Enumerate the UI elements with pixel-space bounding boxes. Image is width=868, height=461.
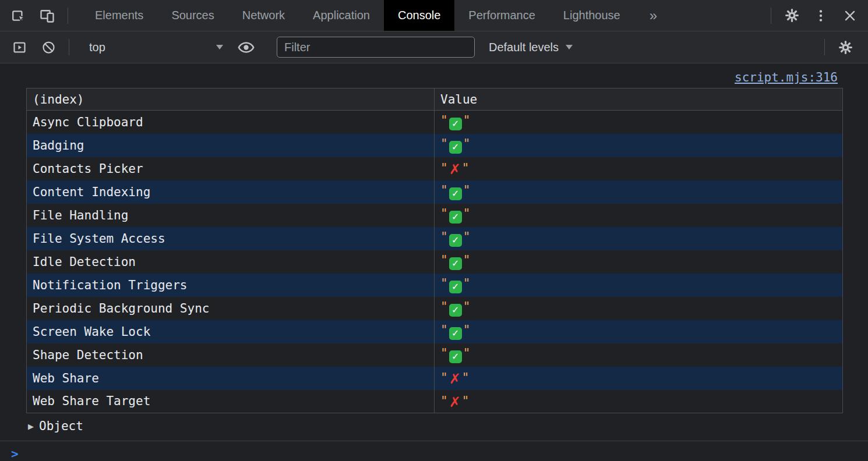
settings-button[interactable]: [777, 0, 806, 31]
index-cell: Contacts Picker: [27, 157, 435, 180]
quote-mark: ": [440, 394, 448, 408]
table-row: Badging"✓": [27, 134, 843, 157]
check-icon: ✓: [449, 304, 462, 317]
toolbar-right-group: [765, 0, 868, 31]
value-cell: "✓": [435, 250, 843, 274]
devtools-main-toolbar: Elements Sources Network Application Con…: [0, 0, 868, 31]
index-cell: File Handling: [27, 204, 435, 227]
table-row: Contacts Picker"✗": [27, 157, 843, 180]
quote-mark: ": [463, 137, 471, 151]
expand-triangle-icon: ▶: [28, 422, 34, 431]
tab-network[interactable]: Network: [228, 0, 299, 31]
check-icon: ✓: [449, 141, 462, 154]
quote-mark: ": [440, 183, 448, 197]
more-tabs-button[interactable]: »: [634, 0, 672, 31]
inspect-element-button[interactable]: [3, 0, 33, 31]
panel-tabs: Elements Sources Network Application Con…: [81, 0, 634, 31]
tab-sources[interactable]: Sources: [157, 0, 228, 31]
context-selector-value: top: [89, 41, 105, 54]
quote-mark: ": [440, 137, 448, 151]
eye-icon: [237, 38, 255, 56]
index-cell: Notification Triggers: [27, 274, 435, 297]
inspect-cursor-icon: [10, 8, 26, 24]
console-prompt[interactable]: >: [0, 441, 868, 461]
table-header-row: (index) Value: [27, 88, 843, 111]
source-link[interactable]: script.mjs:316: [735, 70, 838, 84]
quote-mark: ": [462, 161, 470, 175]
index-cell: Periodic Background Sync: [27, 297, 435, 320]
prompt-chevron-icon: >: [11, 447, 19, 461]
value-cell: "✓": [435, 343, 843, 367]
clear-console-button[interactable]: [34, 31, 63, 63]
live-expression-button[interactable]: [231, 31, 260, 63]
table-row: File Handling"✓": [27, 204, 843, 227]
console-toolbar: top Default levels: [0, 31, 868, 63]
quote-mark: ": [440, 346, 448, 360]
quote-mark: ": [463, 253, 471, 267]
log-levels-dropdown[interactable]: Default levels: [484, 31, 577, 63]
quote-mark: ": [463, 230, 471, 244]
value-cell: "✗": [435, 390, 843, 413]
index-cell: Idle Detection: [27, 250, 435, 274]
value-cell: "✓": [435, 111, 843, 134]
console-settings-button[interactable]: [831, 39, 860, 55]
quote-mark: ": [440, 300, 448, 314]
chevron-down-icon: [216, 45, 223, 49]
quote-mark: ": [440, 230, 448, 244]
tab-console[interactable]: Console: [384, 0, 454, 31]
device-toolbar-button[interactable]: [33, 0, 62, 31]
gear-icon: [784, 8, 800, 23]
check-icon: ✓: [449, 257, 462, 270]
menu-button[interactable]: [806, 0, 835, 31]
close-icon: [842, 8, 858, 23]
cross-icon: ✗: [449, 373, 461, 385]
tab-elements[interactable]: Elements: [81, 0, 157, 31]
quote-mark: ": [463, 346, 471, 360]
cross-icon: ✗: [449, 163, 461, 176]
table-row: Shape Detection"✓": [27, 343, 843, 367]
table-row: Async Clipboard"✓": [27, 111, 843, 134]
tab-application[interactable]: Application: [299, 0, 384, 31]
quote-mark: ": [440, 253, 448, 267]
console-sidebar-button[interactable]: [5, 31, 34, 63]
table-row: Notification Triggers"✓": [27, 274, 843, 297]
value-cell: "✓": [435, 320, 843, 343]
toolbar-divider: [824, 39, 825, 55]
tab-performance[interactable]: Performance: [454, 0, 549, 31]
quote-mark: ": [463, 183, 471, 197]
value-cell: "✗": [435, 157, 843, 180]
table-row: Web Share Target"✗": [27, 390, 843, 413]
table-row: Content Indexing"✓": [27, 180, 843, 204]
check-icon: ✓: [449, 118, 462, 130]
close-button[interactable]: [835, 0, 865, 31]
value-cell: "✓": [435, 274, 843, 297]
device-toolbar-icon: [39, 8, 55, 24]
clear-console-icon: [41, 40, 57, 55]
check-icon: ✓: [449, 187, 462, 200]
quote-mark: ": [440, 323, 448, 337]
tab-lighthouse[interactable]: Lighthouse: [549, 0, 634, 31]
value-cell: "✓": [435, 204, 843, 227]
table-row: Idle Detection"✓": [27, 250, 843, 274]
index-cell: Web Share Target: [27, 390, 435, 413]
table-row: Periodic Background Sync"✓": [27, 297, 843, 320]
javascript-context-selector[interactable]: top: [81, 31, 231, 63]
index-cell: Content Indexing: [27, 180, 435, 204]
value-cell: "✓": [435, 134, 843, 157]
gear-icon: [838, 40, 853, 55]
check-icon: ✓: [449, 327, 462, 340]
table-row: Screen Wake Lock"✓": [27, 320, 843, 343]
object-expander[interactable]: ▶ Object: [28, 419, 868, 434]
index-cell: Async Clipboard: [27, 111, 435, 134]
console-output: script.mjs:316 (index) Value Async Clipb…: [0, 63, 868, 461]
log-levels-value: Default levels: [489, 41, 559, 54]
three-dots-icon: [813, 8, 828, 23]
console-toolbar-right: [818, 39, 863, 55]
quote-mark: ": [463, 300, 471, 314]
quote-mark: ": [463, 114, 471, 127]
table-row: Web Share"✗": [27, 367, 843, 390]
check-icon: ✓: [449, 281, 462, 293]
filter-input[interactable]: [277, 37, 475, 58]
toolbar-divider: [771, 8, 771, 24]
quote-mark: ": [463, 323, 471, 337]
